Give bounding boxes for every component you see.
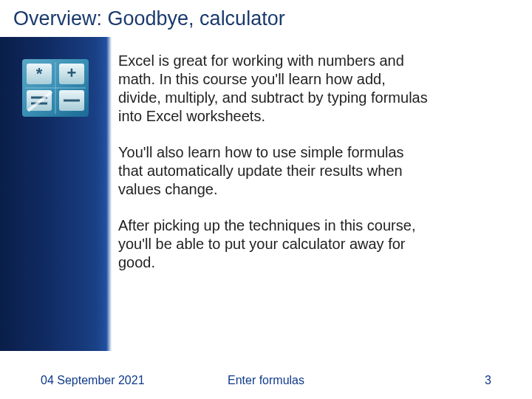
footer-date: 04 September 2021 bbox=[41, 374, 191, 387]
body-content: Excel is great for working with numbers … bbox=[118, 52, 429, 290]
footer: 04 September 2021 Enter formulas 3 bbox=[0, 374, 532, 387]
svg-text:*: * bbox=[36, 64, 43, 83]
footer-page: 3 bbox=[341, 374, 491, 387]
paragraph-2: You'll also learn how to use simple form… bbox=[118, 143, 429, 199]
footer-center: Enter formulas bbox=[191, 374, 341, 387]
svg-text:+: + bbox=[67, 64, 77, 82]
slide-title: Overview: Goodbye, calculator bbox=[0, 0, 532, 36]
paragraph-1: Excel is great for working with numbers … bbox=[118, 52, 429, 126]
calculator-icon: * + bbox=[22, 59, 89, 117]
paragraph-3: After picking up the techniques in this … bbox=[118, 216, 429, 272]
